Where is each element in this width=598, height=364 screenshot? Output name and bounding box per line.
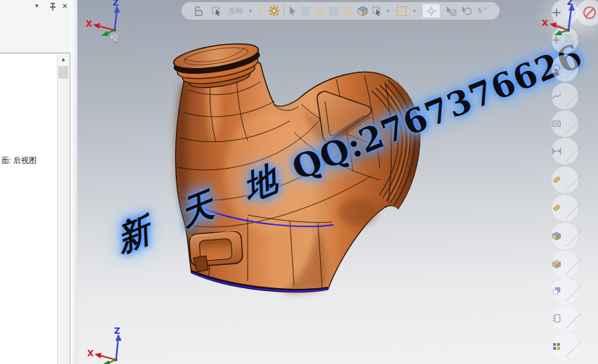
feature-filter-icon-2[interactable] bbox=[314, 2, 325, 20]
axis-label-z: Z bbox=[114, 326, 120, 336]
gear-icon[interactable] bbox=[267, 2, 280, 20]
box-select-cursor-icon[interactable] bbox=[371, 2, 383, 20]
rotate-cursor-icon[interactable] bbox=[460, 2, 473, 20]
triad-top-right: X Z 刀 bbox=[540, 0, 590, 46]
region-dropdown-arrow[interactable]: ▾ bbox=[411, 2, 418, 20]
cursor-mode-label[interactable]: 光标 bbox=[225, 2, 246, 20]
selection-toolbar: 光标 ▾ ✦ ▾ ▾ bbox=[182, 2, 500, 20]
axis-label-z: Z bbox=[113, 0, 119, 8]
triad-top-left: X Z 绘 bbox=[83, 0, 132, 46]
solid-cube-icon[interactable] bbox=[552, 251, 578, 278]
csys-label-draw: 绘 bbox=[110, 32, 119, 44]
spline-tool-icon[interactable] bbox=[552, 83, 578, 110]
triad-bottom-left: X Z bbox=[83, 323, 139, 364]
star-icon[interactable]: ✦ bbox=[256, 2, 266, 20]
overlap-squares-icon[interactable] bbox=[552, 278, 578, 304]
dialog-list-icon[interactable] bbox=[552, 305, 578, 332]
selection-cursor-icon[interactable] bbox=[211, 2, 222, 20]
measure-distance-icon[interactable] bbox=[552, 138, 578, 164]
axis-label-x: X bbox=[542, 18, 548, 28]
collapse-arrow-icon[interactable]: ▾ bbox=[35, 2, 39, 9]
scrollbar-thumb[interactable] bbox=[58, 66, 68, 79]
chamfer-tag-icon-2[interactable] bbox=[552, 195, 578, 221]
panel-scrollbar[interactable]: ▲ bbox=[57, 53, 70, 364]
box-x-icon[interactable] bbox=[552, 110, 578, 137]
feature-filter-icon-4[interactable] bbox=[342, 2, 353, 20]
shaded-cube-rail-icon[interactable] bbox=[552, 223, 578, 249]
box-select-dropdown-arrow[interactable]: ▾ bbox=[384, 2, 391, 20]
axis-label-x: X bbox=[86, 19, 92, 29]
pin-icon[interactable] bbox=[49, 3, 56, 13]
feature-filter-icon-3[interactable] bbox=[328, 2, 339, 20]
snap-point-icon[interactable] bbox=[422, 4, 440, 18]
shade-inner-corner bbox=[338, 198, 377, 226]
chamfer-tag-icon[interactable] bbox=[552, 167, 578, 193]
docked-side-panel: ▾ ✕ 面: 后视图 ▲ bbox=[0, 0, 77, 364]
toolbar-divider bbox=[284, 5, 284, 17]
axis-label-z: Z bbox=[567, 0, 573, 7]
shaded-cube-icon[interactable] bbox=[356, 2, 369, 20]
color-grid-icon[interactable] bbox=[552, 333, 578, 360]
panel-splitter[interactable] bbox=[70, 0, 77, 364]
panel-content: 面: 后视图 ▲ bbox=[0, 53, 70, 364]
pan-cursor-icon[interactable] bbox=[476, 2, 488, 20]
unlock-icon[interactable] bbox=[193, 2, 204, 20]
feature-filter-icon-1[interactable] bbox=[300, 2, 311, 20]
panel-header: ▾ ✕ bbox=[0, 0, 77, 15]
close-icon[interactable]: ✕ bbox=[62, 2, 68, 10]
verify-cursor-icon[interactable] bbox=[445, 2, 457, 20]
axis-label-x: X bbox=[87, 349, 94, 358]
scroll-up-button[interactable]: ▲ bbox=[58, 53, 69, 65]
application-window: 新 天 地 QQ:2767376626 光标 ▾ ✦ ▾ bbox=[0, 0, 598, 364]
view-orientation-label: 面: 后视图 bbox=[1, 155, 37, 166]
select-arrow-icon[interactable] bbox=[287, 2, 298, 20]
region-select-icon[interactable] bbox=[396, 2, 407, 20]
csys-label-tool: 刀 bbox=[564, 32, 573, 44]
circle-tool-icon[interactable] bbox=[552, 55, 578, 82]
cursor-dropdown-arrow[interactable]: ▾ bbox=[247, 2, 254, 20]
